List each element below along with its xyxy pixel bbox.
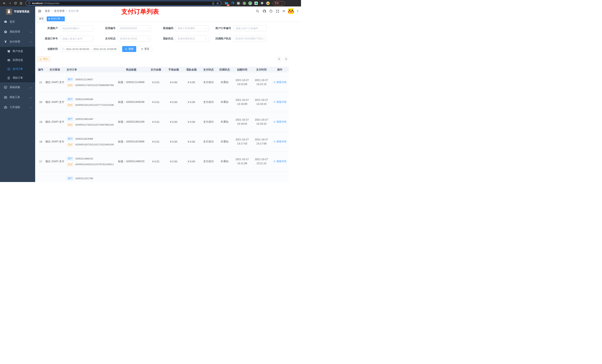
refresh-icon xyxy=(141,48,143,50)
channel-order-no-input[interactable] xyxy=(60,36,93,42)
app-logo[interactable]: 芋道管理系统 xyxy=(0,7,35,17)
sidebar-item-merchant-info[interactable]: 商户信息 xyxy=(0,47,35,56)
app-select[interactable]: 请选择应用信息 xyxy=(118,25,151,31)
chevron-down-icon xyxy=(148,27,149,29)
merchant-tag: 商户 xyxy=(67,97,74,101)
table-row: 18 微信 JSAPI 支付 商户1635311823086 支付4200001… xyxy=(37,132,289,152)
sidebar-item-payment[interactable]: ¥ 支付管理 xyxy=(0,37,35,47)
channel-order-no: 4200001181202110277723215336 xyxy=(75,104,114,106)
view-detail-link[interactable]: 查看详情 xyxy=(273,81,286,84)
sidebar-item-infrastructure[interactable]: 基础设施 xyxy=(0,82,35,92)
browser-reload-button[interactable] xyxy=(13,1,18,6)
create-time-range-input[interactable]: 2021-10-01 00:00:00 - 2021-10-31 23:59:5… xyxy=(60,46,119,52)
cell-fee-amount: ¥ 0.00 xyxy=(165,140,183,143)
cell-notify-status: 未通知 xyxy=(216,140,233,143)
logo-image xyxy=(6,9,12,15)
cell-pay-amount: ¥ 0.01 xyxy=(147,140,165,143)
breadcrumb-home[interactable]: 首页 xyxy=(45,10,50,13)
merchant-tag: 商户 xyxy=(67,137,74,141)
channel-code-select[interactable]: 请输入渠道编码 xyxy=(175,25,209,31)
view-detail-link[interactable]: 查看详情 xyxy=(273,160,286,163)
extension-chat-icon[interactable] xyxy=(254,1,258,5)
refund-status-select[interactable]: 请选择退款状态 xyxy=(175,36,209,42)
pay-tag: 支付 xyxy=(67,83,74,87)
browser-menu-icon[interactable]: ⋮ xyxy=(280,2,283,5)
profile-emoji-icon[interactable] xyxy=(266,1,270,5)
browser-forward-button[interactable] xyxy=(7,1,12,6)
extension-y-icon[interactable]: y xyxy=(248,1,252,5)
view-detail-link[interactable]: 查看详情 xyxy=(273,140,286,143)
pay-tag: 支付 xyxy=(67,103,74,107)
cell-pay-order: 商户1635311949168 支付4200001181202110277723… xyxy=(65,97,116,107)
filter-label-notify-status: 回调商户状态 xyxy=(210,37,233,40)
fullscreen-button[interactable] xyxy=(276,10,279,13)
filter-label-merchant: 所属商户 xyxy=(37,27,60,30)
user-menu-caret-icon[interactable] xyxy=(297,11,298,12)
merchant-order-no-input[interactable] xyxy=(233,25,267,31)
sidebar-item-home[interactable]: 首页 xyxy=(0,17,35,27)
tab-pay-order[interactable]: 支付订单 × xyxy=(47,16,65,21)
cell-actions: 查看详情 xyxy=(271,140,289,143)
cell-product-title: 标题：1635311949168 xyxy=(116,100,147,104)
pay-status-select[interactable]: 请选择支付状态 xyxy=(118,36,151,42)
address-bar[interactable]: localhost:1024/pay/order xyxy=(26,1,221,6)
url-text[interactable]: localhost:1024/pay/order xyxy=(32,2,210,5)
browser-back-button[interactable] xyxy=(2,1,7,6)
search-icon xyxy=(273,160,276,163)
cell-pay-time: 2021-10-2713:19:15 xyxy=(252,98,271,106)
browser-home-button[interactable] xyxy=(19,1,23,6)
help-button[interactable] xyxy=(269,10,273,13)
help-icon xyxy=(269,10,273,13)
site-info-icon[interactable] xyxy=(28,2,31,5)
tab-home[interactable]: 首页 xyxy=(37,16,45,21)
merchant-order-no: 1635311251796 xyxy=(75,177,93,180)
pay-tag: 支付 xyxy=(67,123,74,127)
browser-update-button[interactable]: 更新 ⋮ xyxy=(273,1,285,6)
sidebar-item-workflow[interactable]: 工作流程 xyxy=(0,102,35,112)
chevron-down-icon xyxy=(30,106,32,108)
cell-pay-time: 2021-10-2713:17:08 xyxy=(252,138,271,146)
extension-sail-icon[interactable] xyxy=(231,1,234,5)
font-size-button[interactable]: TT xyxy=(282,10,285,13)
view-detail-link[interactable]: 查看详情 xyxy=(273,100,286,104)
notify-status-select[interactable]: 请选择订单回调商户状态 xyxy=(233,36,267,42)
cell-pay-channel: 微信 JSAPI 支付 xyxy=(44,81,65,84)
extensions-strip: 10 y xyxy=(225,1,270,5)
sidebar-item-dev-tools[interactable]: 研发工具 xyxy=(0,92,35,102)
breadcrumb-current: 支付订单 xyxy=(68,10,79,13)
sidebar-item-app-info[interactable]: 应用信息 xyxy=(0,56,35,64)
date-end: 2021-10-31 23:59:59 xyxy=(93,48,117,51)
extension-command-icon[interactable] xyxy=(236,1,240,5)
user-avatar[interactable] xyxy=(288,8,294,14)
sidebar: 芋道管理系统 首页 系统管理 ¥ 支付管理 商户信息 xyxy=(0,7,35,182)
payment-submenu: 商户信息 应用信息 ¥ 支付订单 退款订单 xyxy=(0,47,35,82)
sidebar-item-system[interactable]: 系统管理 xyxy=(0,27,35,37)
share-icon[interactable] xyxy=(212,2,215,5)
sidebar-item-refund-order[interactable]: 退款订单 xyxy=(0,73,35,82)
merchant-select-input[interactable] xyxy=(60,25,93,31)
refresh-table-button[interactable] xyxy=(284,56,289,62)
col-notify: 回调状态 xyxy=(216,68,233,71)
bookmark-star-icon[interactable] xyxy=(216,2,219,5)
sidebar-collapse-button[interactable] xyxy=(38,9,42,13)
tab-close-icon[interactable]: × xyxy=(62,18,63,20)
breadcrumb-payment[interactable]: 支付管理 xyxy=(54,10,64,13)
cell-pay-order: 商户1635311251796 支付 xyxy=(65,177,116,182)
header-search-button[interactable] xyxy=(256,10,259,13)
export-button[interactable]: 导出 xyxy=(37,56,50,62)
sidebar-item-pay-order[interactable]: ¥ 支付订单 xyxy=(0,64,35,73)
search-icon xyxy=(125,48,127,50)
extension-dot-icon[interactable] xyxy=(243,1,246,5)
reset-button[interactable]: 重置 xyxy=(138,46,152,52)
cell-fee-amount: ¥ 0.00 xyxy=(165,81,183,84)
extension-blocks-icon[interactable]: 10 xyxy=(225,1,228,5)
extensions-puzzle-icon[interactable] xyxy=(260,1,264,5)
view-detail-link[interactable]: 查看详情 xyxy=(273,120,286,124)
cell-pay-status: 支付成功 xyxy=(200,160,216,163)
col-channel: 支付渠道 xyxy=(44,68,65,71)
toggle-search-button[interactable] xyxy=(277,56,282,62)
chevron-down-icon xyxy=(30,96,32,98)
cell-fee-amount: ¥ 0.00 xyxy=(165,101,183,104)
github-link[interactable] xyxy=(262,10,266,13)
search-button[interactable]: 搜索 xyxy=(122,46,136,52)
